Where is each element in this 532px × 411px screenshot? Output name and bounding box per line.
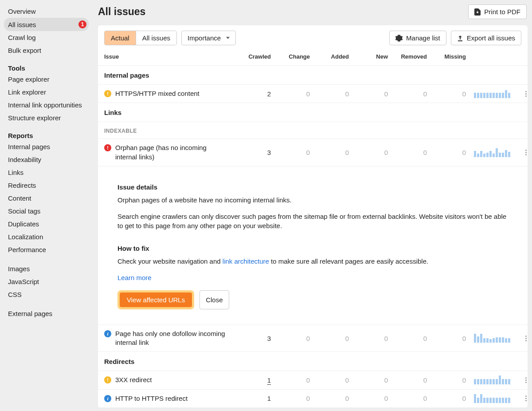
main-content: All issues Print to PDF Actual All issue… — [93, 0, 532, 411]
cell-crawled: 3 — [232, 335, 271, 342]
cell-new: 0 — [349, 90, 388, 98]
cell-added: 0 — [310, 335, 349, 342]
sidebar-top-2[interactable]: Crawl log — [0, 31, 93, 44]
sidebar-item-label: Performance — [8, 246, 46, 253]
issue-details-p2: Search engine crawlers can only discover… — [117, 212, 508, 230]
segment-actual[interactable]: Actual — [105, 31, 136, 45]
sidebar-reports-6[interactable]: Duplicates — [0, 217, 93, 230]
sidebar-extra-2[interactable]: CSS — [0, 288, 93, 301]
col-change[interactable]: Change — [271, 53, 310, 60]
col-missing[interactable]: Missing — [427, 53, 466, 60]
sidebar-reports-3[interactable]: Redirects — [0, 179, 93, 192]
sidebar-item-label: Images — [8, 265, 30, 273]
more-menu-icon[interactable] — [525, 150, 527, 155]
cell-change: 0 — [271, 335, 310, 342]
col-issue: Issue — [104, 53, 232, 60]
learn-more-link[interactable]: Learn more — [117, 274, 152, 281]
cell-added: 0 — [310, 376, 349, 384]
sidebar-top-3[interactable]: Bulk export — [0, 44, 93, 57]
warning-icon: ! — [104, 376, 111, 383]
col-new[interactable]: New — [349, 53, 388, 60]
sidebar-reports-0[interactable]: Internal pages — [0, 140, 93, 153]
issue-label[interactable]: Orphan page (has no incoming internal li… — [115, 143, 228, 162]
sidebar-item-label: Duplicates — [8, 220, 39, 228]
section-redirects: Redirects — [98, 352, 528, 371]
sidebar-reports-1[interactable]: Indexability — [0, 153, 93, 166]
sidebar-reports-7[interactable]: Localization — [0, 230, 93, 243]
sidebar-extra-1[interactable]: JavaScript — [0, 275, 93, 288]
cell-removed: 0 — [388, 395, 427, 402]
cell-missing: 0 — [427, 149, 466, 156]
cell-added: 0 — [310, 395, 349, 402]
cell-removed: 0 — [388, 335, 427, 342]
sidebar-item-label: Links — [8, 169, 23, 176]
importance-dropdown[interactable]: Importance — [181, 31, 236, 45]
col-removed[interactable]: Removed — [388, 53, 427, 60]
more-menu-icon[interactable] — [525, 395, 527, 401]
sidebar-item-label: External pages — [8, 310, 52, 317]
chevron-down-icon — [226, 37, 230, 39]
sidebar-reports-2[interactable]: Links — [0, 166, 93, 179]
cell-new: 0 — [349, 376, 388, 384]
info-icon: i — [104, 395, 111, 402]
sidebar-item-label: Link explorer — [8, 88, 46, 96]
export-icon — [457, 35, 463, 41]
issue-details-p1: Orphan pages of a website have no incomi… — [117, 195, 508, 205]
issue-details-title: Issue details — [117, 183, 508, 191]
issues-card: Actual All issues Importance Manage list — [98, 25, 528, 408]
more-menu-icon[interactable] — [525, 377, 527, 383]
sidebar-item-label: Localization — [8, 233, 43, 241]
issue-row-mixed: !HTTPS/HTTP mixed content200000 — [98, 85, 528, 103]
col-added[interactable]: Added — [310, 53, 349, 60]
sidebar-extra-0[interactable]: Images — [0, 262, 93, 275]
cell-new: 0 — [349, 149, 388, 156]
section-internal-pages: Internal pages — [98, 66, 528, 85]
sparkline — [466, 334, 510, 343]
sidebar-item-label: Indexability — [8, 156, 41, 163]
more-menu-icon[interactable] — [525, 336, 527, 341]
issue-details-panel: Issue details Orphan pages of a website … — [98, 166, 528, 325]
sidebar-item-label: All issues — [8, 21, 36, 28]
page-title: All issues — [98, 6, 145, 18]
link-architecture-link[interactable]: link architecture — [223, 257, 269, 265]
segment-all-issues[interactable]: All issues — [136, 31, 176, 45]
sparkline — [466, 375, 510, 384]
sidebar-item-label: Crawl log — [8, 34, 36, 41]
sidebar-item-label: Structure explorer — [8, 114, 61, 122]
sidebar-tools-1[interactable]: Link explorer — [0, 86, 93, 99]
cell-crawled: 3 — [232, 149, 271, 156]
sidebar-item-label: Internal pages — [8, 143, 50, 150]
sidebar-top-0[interactable]: Overview — [0, 5, 93, 18]
cell-missing: 0 — [427, 395, 466, 402]
issue-label[interactable]: 3XX redirect — [115, 375, 152, 384]
issue-label[interactable]: HTTPS/HTTP mixed content — [115, 89, 200, 98]
more-menu-icon[interactable] — [525, 91, 527, 97]
export-all-issues-button[interactable]: Export all issues — [451, 31, 521, 45]
cell-crawled: 2 — [232, 90, 271, 98]
col-crawled[interactable]: Crawled — [232, 53, 271, 60]
sidebar-reports-5[interactable]: Social tags — [0, 205, 93, 217]
section-links: Links — [98, 103, 528, 122]
info-icon: i — [104, 330, 111, 337]
cell-added: 0 — [310, 90, 349, 98]
sidebar-reports-4[interactable]: Content — [0, 192, 93, 205]
print-to-pdf-button[interactable]: Print to PDF — [468, 4, 527, 19]
issue-label[interactable]: HTTP to HTTPS redirect — [115, 394, 188, 403]
cell-crawled: 1 — [232, 395, 271, 402]
warning-icon: ! — [104, 90, 111, 97]
view-affected-urls-button[interactable]: View affected URLs — [120, 292, 192, 307]
manage-list-button[interactable]: Manage list — [389, 31, 446, 45]
sparkline — [466, 394, 510, 403]
close-button[interactable]: Close — [200, 290, 229, 309]
sidebar-item-label: Redirects — [8, 182, 36, 189]
sidebar-tools-0[interactable]: Page explorer — [0, 73, 93, 86]
issue-label[interactable]: Page has only one dofollow incoming inte… — [115, 329, 228, 348]
sidebar-top-1[interactable]: All issues1 — [4, 18, 89, 31]
sidebar-tools-2[interactable]: Internal link opportunities — [0, 99, 93, 111]
sidebar-reports-8[interactable]: Performance — [0, 243, 93, 256]
sidebar-tools-3[interactable]: Structure explorer — [0, 111, 93, 124]
cell-removed: 0 — [388, 376, 427, 384]
cell-missing: 0 — [427, 335, 466, 342]
pdf-icon — [474, 8, 481, 16]
sidebar-external-0[interactable]: External pages — [0, 307, 93, 320]
